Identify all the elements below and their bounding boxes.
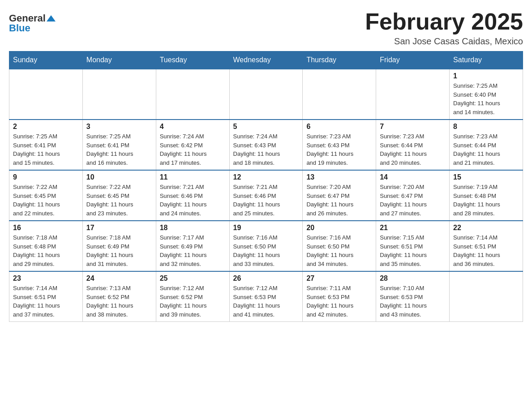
- page-header: General Blue February 2025 San Jose Casa…: [9, 9, 523, 47]
- weekday-header-saturday: Saturday: [450, 51, 523, 69]
- calendar-cell: 14Sunrise: 7:20 AMSunset: 6:47 PMDayligh…: [376, 170, 450, 221]
- day-info: Sunrise: 7:16 AMSunset: 6:50 PMDaylight:…: [306, 233, 372, 268]
- calendar-cell: 23Sunrise: 7:14 AMSunset: 6:51 PMDayligh…: [9, 271, 83, 322]
- day-info: Sunrise: 7:23 AMSunset: 6:43 PMDaylight:…: [306, 132, 372, 167]
- calendar-cell: 18Sunrise: 7:17 AMSunset: 6:49 PMDayligh…: [156, 221, 229, 271]
- day-info: Sunrise: 7:20 AMSunset: 6:47 PMDaylight:…: [380, 183, 446, 218]
- calendar-cell: 4Sunrise: 7:24 AMSunset: 6:42 PMDaylight…: [156, 120, 229, 170]
- day-info: Sunrise: 7:12 AMSunset: 6:52 PMDaylight:…: [160, 284, 226, 319]
- day-number: 28: [380, 274, 446, 283]
- calendar-week-row: 9Sunrise: 7:22 AMSunset: 6:45 PMDaylight…: [9, 170, 523, 221]
- weekday-header-thursday: Thursday: [303, 51, 376, 69]
- calendar-cell: [450, 271, 523, 322]
- calendar-cell: 19Sunrise: 7:16 AMSunset: 6:50 PMDayligh…: [229, 221, 303, 271]
- day-info: Sunrise: 7:18 AMSunset: 6:48 PMDaylight:…: [13, 233, 79, 268]
- day-info: Sunrise: 7:24 AMSunset: 6:43 PMDaylight:…: [233, 132, 299, 167]
- day-info: Sunrise: 7:19 AMSunset: 6:48 PMDaylight:…: [453, 183, 519, 218]
- day-info: Sunrise: 7:25 AMSunset: 6:40 PMDaylight:…: [453, 81, 519, 116]
- day-number: 14: [380, 173, 446, 181]
- calendar-cell: 21Sunrise: 7:15 AMSunset: 6:51 PMDayligh…: [376, 221, 450, 271]
- day-number: 9: [13, 173, 79, 181]
- day-info: Sunrise: 7:13 AMSunset: 6:52 PMDaylight:…: [86, 284, 152, 319]
- day-number: 20: [306, 224, 372, 232]
- day-info: Sunrise: 7:14 AMSunset: 6:51 PMDaylight:…: [453, 233, 519, 268]
- day-number: 11: [160, 173, 226, 181]
- day-number: 7: [380, 123, 446, 131]
- weekday-header-monday: Monday: [82, 51, 156, 69]
- calendar-cell: [156, 69, 229, 120]
- calendar-cell: 2Sunrise: 7:25 AMSunset: 6:41 PMDaylight…: [9, 120, 83, 170]
- day-info: Sunrise: 7:18 AMSunset: 6:49 PMDaylight:…: [86, 233, 152, 268]
- day-number: 13: [306, 173, 372, 181]
- calendar-cell: 22Sunrise: 7:14 AMSunset: 6:51 PMDayligh…: [450, 221, 523, 271]
- day-number: 25: [160, 274, 226, 283]
- day-number: 26: [233, 274, 299, 283]
- day-number: 6: [306, 123, 372, 131]
- logo-general-text: General: [9, 13, 46, 23]
- day-info: Sunrise: 7:25 AMSunset: 6:41 PMDaylight:…: [13, 132, 79, 167]
- calendar-cell: [376, 69, 450, 120]
- day-number: 8: [453, 123, 519, 131]
- logo-blue-text: Blue: [9, 23, 30, 33]
- calendar-cell: 28Sunrise: 7:10 AMSunset: 6:53 PMDayligh…: [376, 271, 450, 322]
- logo: General Blue: [9, 9, 56, 33]
- day-info: Sunrise: 7:21 AMSunset: 6:46 PMDaylight:…: [233, 183, 299, 218]
- day-number: 5: [233, 123, 299, 131]
- calendar-cell: 7Sunrise: 7:23 AMSunset: 6:44 PMDaylight…: [376, 120, 450, 170]
- day-number: 10: [86, 173, 152, 181]
- day-info: Sunrise: 7:20 AMSunset: 6:47 PMDaylight:…: [306, 183, 372, 218]
- day-number: 17: [86, 224, 152, 232]
- location-text: San Jose Casas Caidas, Mexico: [365, 36, 523, 47]
- calendar-cell: 17Sunrise: 7:18 AMSunset: 6:49 PMDayligh…: [82, 221, 156, 271]
- calendar-cell: 20Sunrise: 7:16 AMSunset: 6:50 PMDayligh…: [303, 221, 376, 271]
- day-info: Sunrise: 7:21 AMSunset: 6:46 PMDaylight:…: [160, 183, 226, 218]
- calendar-cell: 10Sunrise: 7:22 AMSunset: 6:45 PMDayligh…: [82, 170, 156, 221]
- day-info: Sunrise: 7:17 AMSunset: 6:49 PMDaylight:…: [160, 233, 226, 268]
- day-info: Sunrise: 7:25 AMSunset: 6:41 PMDaylight:…: [86, 132, 152, 167]
- calendar-cell: 8Sunrise: 7:23 AMSunset: 6:44 PMDaylight…: [450, 120, 523, 170]
- day-number: 18: [160, 224, 226, 232]
- day-info: Sunrise: 7:15 AMSunset: 6:51 PMDaylight:…: [380, 233, 446, 268]
- day-number: 16: [13, 224, 79, 232]
- calendar-cell: 26Sunrise: 7:12 AMSunset: 6:53 PMDayligh…: [229, 271, 303, 322]
- weekday-header-row: SundayMondayTuesdayWednesdayThursdayFrid…: [9, 51, 523, 69]
- calendar-week-row: 23Sunrise: 7:14 AMSunset: 6:51 PMDayligh…: [9, 271, 523, 322]
- day-info: Sunrise: 7:22 AMSunset: 6:45 PMDaylight:…: [86, 183, 152, 218]
- day-info: Sunrise: 7:10 AMSunset: 6:53 PMDaylight:…: [380, 284, 446, 319]
- calendar-cell: 25Sunrise: 7:12 AMSunset: 6:52 PMDayligh…: [156, 271, 229, 322]
- calendar-cell: 3Sunrise: 7:25 AMSunset: 6:41 PMDaylight…: [82, 120, 156, 170]
- day-number: 27: [306, 274, 372, 283]
- day-number: 22: [453, 224, 519, 232]
- weekday-header-sunday: Sunday: [9, 51, 83, 69]
- day-info: Sunrise: 7:11 AMSunset: 6:53 PMDaylight:…: [306, 284, 372, 319]
- weekday-header-friday: Friday: [376, 51, 450, 69]
- calendar-cell: 12Sunrise: 7:21 AMSunset: 6:46 PMDayligh…: [229, 170, 303, 221]
- day-number: 21: [380, 224, 446, 232]
- day-info: Sunrise: 7:12 AMSunset: 6:53 PMDaylight:…: [233, 284, 299, 319]
- calendar-cell: 6Sunrise: 7:23 AMSunset: 6:43 PMDaylight…: [303, 120, 376, 170]
- day-number: 23: [13, 274, 79, 283]
- title-section: February 2025 San Jose Casas Caidas, Mex…: [365, 9, 523, 47]
- weekday-header-tuesday: Tuesday: [156, 51, 229, 69]
- day-number: 3: [86, 123, 152, 131]
- day-number: 24: [86, 274, 152, 283]
- calendar-cell: [9, 69, 83, 120]
- day-info: Sunrise: 7:22 AMSunset: 6:45 PMDaylight:…: [13, 183, 79, 218]
- calendar-cell: 1Sunrise: 7:25 AMSunset: 6:40 PMDaylight…: [450, 69, 523, 120]
- calendar-week-row: 1Sunrise: 7:25 AMSunset: 6:40 PMDaylight…: [9, 69, 523, 120]
- calendar-cell: 27Sunrise: 7:11 AMSunset: 6:53 PMDayligh…: [303, 271, 376, 322]
- day-number: 4: [160, 123, 226, 131]
- day-number: 12: [233, 173, 299, 181]
- calendar-cell: 11Sunrise: 7:21 AMSunset: 6:46 PMDayligh…: [156, 170, 229, 221]
- day-info: Sunrise: 7:24 AMSunset: 6:42 PMDaylight:…: [160, 132, 226, 167]
- calendar-cell: 5Sunrise: 7:24 AMSunset: 6:43 PMDaylight…: [229, 120, 303, 170]
- day-number: 2: [13, 123, 79, 131]
- day-info: Sunrise: 7:14 AMSunset: 6:51 PMDaylight:…: [13, 284, 79, 319]
- calendar-cell: [303, 69, 376, 120]
- calendar-week-row: 16Sunrise: 7:18 AMSunset: 6:48 PMDayligh…: [9, 221, 523, 271]
- calendar-table: SundayMondayTuesdayWednesdayThursdayFrid…: [9, 51, 523, 322]
- month-title: February 2025: [365, 9, 523, 34]
- calendar-cell: [82, 69, 156, 120]
- day-number: 1: [453, 72, 519, 80]
- calendar-cell: [229, 69, 303, 120]
